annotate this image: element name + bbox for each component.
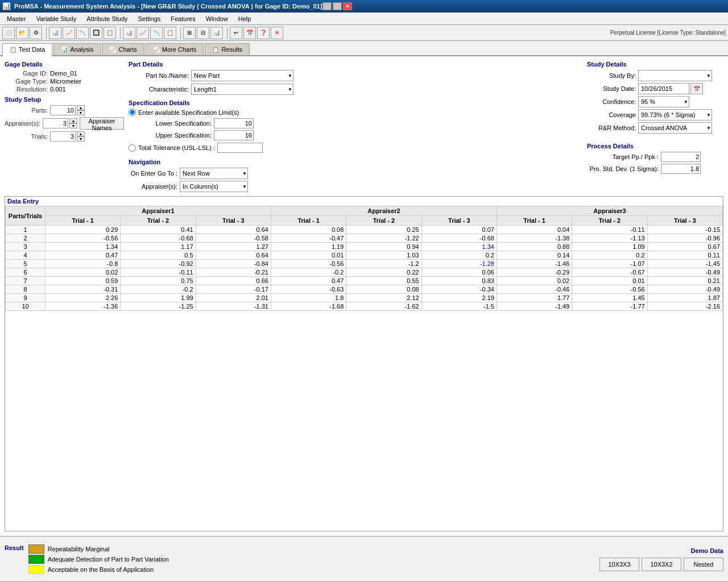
table-cell[interactable]: 0.64 bbox=[196, 226, 271, 234]
study-date-input[interactable]: 10/26/2015 bbox=[638, 83, 689, 94]
table-cell[interactable]: 7 bbox=[6, 277, 46, 285]
part-no-dropdown[interactable]: New Part bbox=[191, 70, 293, 81]
table-cell[interactable]: 0.11 bbox=[647, 251, 722, 260]
appraisers-spin-btns[interactable]: ▲ ▼ bbox=[69, 118, 77, 128]
toolbar-t4[interactable]: 🔲 bbox=[90, 27, 102, 39]
menu-settings[interactable]: Settings bbox=[134, 14, 166, 23]
table-cell[interactable]: -0.15 bbox=[647, 226, 722, 234]
toolbar-t2[interactable]: 📈 bbox=[63, 27, 75, 39]
on-enter-dropdown[interactable]: Next Row Next Column Next Part bbox=[180, 168, 248, 179]
table-cell[interactable]: -1.68 bbox=[271, 302, 346, 311]
appraisers-down-btn[interactable]: ▼ bbox=[69, 123, 77, 128]
table-cell[interactable]: 0.41 bbox=[121, 226, 196, 234]
table-cell[interactable]: -1.31 bbox=[196, 302, 271, 311]
toolbar-t7[interactable]: 📈 bbox=[136, 27, 149, 39]
table-cell[interactable]: 1.03 bbox=[346, 251, 421, 260]
toolbar-t1[interactable]: 📊 bbox=[49, 27, 61, 39]
table-cell[interactable]: -0.56 bbox=[271, 260, 346, 268]
table-cell[interactable]: -1.5 bbox=[421, 302, 497, 311]
table-cell[interactable]: -0.11 bbox=[121, 268, 196, 277]
table-cell[interactable]: 8 bbox=[6, 285, 46, 294]
spec-radio-row[interactable]: Enter available Specification Limit(s) bbox=[129, 109, 582, 116]
table-cell[interactable]: -0.49 bbox=[647, 285, 722, 294]
table-cell[interactable]: -2.16 bbox=[647, 302, 722, 311]
table-cell[interactable]: 2.01 bbox=[196, 294, 271, 302]
table-cell[interactable]: -0.47 bbox=[271, 234, 346, 243]
table-cell[interactable]: -0.29 bbox=[497, 268, 572, 277]
table-cell[interactable]: -0.84 bbox=[196, 260, 271, 268]
table-cell[interactable]: -0.63 bbox=[271, 285, 346, 294]
menu-window[interactable]: Window bbox=[201, 14, 233, 23]
trials-spin-btns[interactable]: ▲ ▼ bbox=[77, 131, 85, 142]
table-cell[interactable]: 0.64 bbox=[196, 251, 271, 260]
table-cell[interactable]: 0.06 bbox=[421, 268, 497, 277]
table-cell[interactable]: -0.56 bbox=[572, 285, 647, 294]
table-cell[interactable]: 0.2 bbox=[421, 251, 497, 260]
table-cell[interactable]: 0.5 bbox=[121, 251, 196, 260]
demo-10x3x2-button[interactable]: 10X3X2 bbox=[642, 558, 681, 571]
table-cell[interactable]: 6 bbox=[6, 268, 46, 277]
upper-spec-input[interactable]: 16 bbox=[214, 130, 254, 140]
table-cell[interactable]: 0.94 bbox=[346, 243, 421, 251]
table-cell[interactable]: 9 bbox=[6, 294, 46, 302]
table-cell[interactable]: 0.47 bbox=[271, 277, 346, 285]
toolbar-t10[interactable]: 📊 bbox=[210, 27, 223, 39]
pro-std-dev-input[interactable]: 1.8 bbox=[661, 164, 701, 174]
table-cell[interactable]: -1.28 bbox=[421, 260, 497, 268]
table-cell[interactable]: 2.12 bbox=[346, 294, 421, 302]
tab-results[interactable]: 📋 Results bbox=[205, 43, 250, 55]
table-cell[interactable]: 0.01 bbox=[572, 277, 647, 285]
table-cell[interactable]: 1.77 bbox=[497, 294, 572, 302]
table-cell[interactable]: 0.59 bbox=[46, 277, 121, 285]
table-cell[interactable]: 0.66 bbox=[196, 277, 271, 285]
menu-help[interactable]: Help bbox=[234, 14, 256, 23]
trials-spinner[interactable]: 3 ▲ ▼ bbox=[50, 131, 85, 142]
table-cell[interactable]: -1.77 bbox=[572, 302, 647, 311]
toolbar-t8[interactable]: 📉 bbox=[150, 27, 163, 39]
table-cell[interactable]: -0.67 bbox=[572, 268, 647, 277]
toolbar-t11[interactable]: 📅 bbox=[243, 27, 256, 39]
toolbar-new[interactable]: ⬜ bbox=[2, 27, 15, 39]
table-cell[interactable]: 0.01 bbox=[271, 251, 346, 260]
table-cell[interactable]: 0.25 bbox=[346, 226, 421, 234]
table-cell[interactable]: -1.36 bbox=[46, 302, 121, 311]
tab-charts[interactable]: 📈 Charts bbox=[102, 43, 144, 55]
calendar-btn[interactable]: 📅 bbox=[690, 83, 703, 94]
characteristic-dropdown-wrap[interactable]: Length1 ▼ bbox=[191, 84, 293, 95]
table-cell[interactable]: 0.04 bbox=[497, 226, 572, 234]
table-cell[interactable]: 0.02 bbox=[497, 277, 572, 285]
coverage-dropdown[interactable]: 99.73% (6 * Sigma) bbox=[638, 109, 712, 120]
table-cell[interactable]: 2.26 bbox=[46, 294, 121, 302]
part-no-dropdown-wrap[interactable]: New Part ▼ bbox=[191, 70, 293, 81]
menu-master[interactable]: Master bbox=[2, 14, 31, 23]
table-cell[interactable]: 1.8 bbox=[271, 294, 346, 302]
trials-up-btn[interactable]: ▲ bbox=[77, 131, 85, 136]
tab-test-data[interactable]: 📋 Test Data bbox=[2, 43, 52, 56]
table-cell[interactable]: 0.29 bbox=[46, 226, 121, 234]
table-cell[interactable]: -1.49 bbox=[497, 302, 572, 311]
menu-variable-study[interactable]: Variable Study bbox=[32, 14, 81, 23]
toolbar-t5[interactable]: 📋 bbox=[104, 27, 116, 39]
table-cell[interactable]: -0.2 bbox=[271, 268, 346, 277]
toolbar-settings[interactable]: ⚙ bbox=[30, 27, 42, 39]
table-cell[interactable]: -1.46 bbox=[497, 260, 572, 268]
confidence-dropdown-wrap[interactable]: 95 % ▼ bbox=[638, 96, 689, 107]
characteristic-dropdown[interactable]: Length1 bbox=[191, 84, 293, 95]
table-cell[interactable]: -0.34 bbox=[421, 285, 497, 294]
appraiser-names-button[interactable]: Appraiser Names bbox=[80, 117, 124, 130]
spec-limit-radio[interactable] bbox=[129, 109, 136, 116]
table-cell[interactable]: -1.22 bbox=[346, 234, 421, 243]
table-cell[interactable]: 1.34 bbox=[46, 243, 121, 251]
total-tol-radio-row[interactable]: Total Tolerance (USL-LSL) : bbox=[129, 143, 582, 153]
table-cell[interactable]: -0.8 bbox=[46, 260, 121, 268]
parts-down-btn[interactable]: ▼ bbox=[77, 110, 85, 115]
menu-attribute-study[interactable]: Attribute Study bbox=[82, 14, 132, 23]
rr-method-dropdown-wrap[interactable]: Crossed ANOVA ▼ bbox=[638, 122, 712, 134]
table-cell[interactable]: -0.21 bbox=[196, 268, 271, 277]
table-cell[interactable]: 0.55 bbox=[346, 277, 421, 285]
window-controls[interactable]: _ □ ✕ bbox=[322, 2, 352, 10]
parts-up-btn[interactable]: ▲ bbox=[77, 105, 85, 110]
trials-down-btn[interactable]: ▼ bbox=[77, 136, 85, 142]
table-cell[interactable]: 0.75 bbox=[121, 277, 196, 285]
toolbar-t9[interactable]: 📋 bbox=[164, 27, 176, 39]
